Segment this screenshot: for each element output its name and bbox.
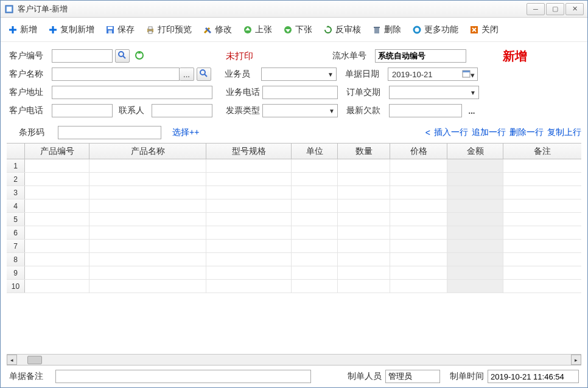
cell-model[interactable] xyxy=(206,280,292,293)
cell-amount[interactable] xyxy=(447,186,503,199)
cell-amount[interactable] xyxy=(447,199,503,212)
cell-product-code[interactable] xyxy=(25,253,89,266)
col-remark[interactable]: 备注 xyxy=(503,144,581,159)
cell-product-code[interactable] xyxy=(25,199,89,212)
cell-unit[interactable] xyxy=(292,199,338,212)
cell-model[interactable] xyxy=(206,240,292,252)
table-row[interactable]: 4 xyxy=(7,199,581,213)
cell-product-code[interactable] xyxy=(25,266,89,279)
close-button[interactable]: 关闭 xyxy=(469,24,499,35)
cell-product-code[interactable] xyxy=(25,159,89,172)
cell-product-name[interactable] xyxy=(89,213,206,226)
cell-remark[interactable] xyxy=(503,280,581,293)
append-row-link[interactable]: 追加一行 xyxy=(472,127,506,138)
table-row[interactable]: 7 xyxy=(7,240,581,253)
cell-price[interactable] xyxy=(390,280,447,293)
next-button[interactable]: 下张 xyxy=(283,24,312,35)
cell-product-code[interactable] xyxy=(25,186,89,199)
copy-prev-row-link[interactable]: 复制上行 xyxy=(547,127,581,138)
cell-product-code[interactable] xyxy=(25,213,89,226)
cell-product-code[interactable] xyxy=(25,173,89,185)
cell-product-name[interactable] xyxy=(89,199,206,212)
cust-code-input[interactable] xyxy=(52,49,113,63)
cell-model[interactable] xyxy=(206,199,292,212)
cell-price[interactable] xyxy=(390,240,447,252)
cell-unit[interactable] xyxy=(292,213,338,226)
cell-price[interactable] xyxy=(390,266,447,279)
latest-arrears-more-button[interactable]: ... xyxy=(464,104,479,117)
table-row[interactable]: 2 xyxy=(7,173,581,186)
cell-remark[interactable] xyxy=(503,186,581,199)
maker-input[interactable] xyxy=(385,370,440,383)
cell-product-name[interactable] xyxy=(89,186,206,199)
cell-model[interactable] xyxy=(206,266,292,279)
cell-product-name[interactable] xyxy=(89,226,206,239)
cell-product-name[interactable] xyxy=(89,159,206,172)
latest-arrears-input[interactable] xyxy=(389,104,462,117)
cell-remark[interactable] xyxy=(503,253,581,266)
cell-amount[interactable] xyxy=(447,226,503,239)
select-link[interactable]: 选择++ xyxy=(172,127,199,138)
cell-qty[interactable] xyxy=(338,199,390,212)
cell-product-name[interactable] xyxy=(89,173,206,185)
cell-amount[interactable] xyxy=(447,240,503,252)
barcode-input[interactable] xyxy=(58,126,161,139)
cell-unit[interactable] xyxy=(292,253,338,266)
cell-remark[interactable] xyxy=(503,213,581,226)
cust-tel-input[interactable] xyxy=(52,104,113,117)
table-row[interactable]: 3 xyxy=(7,186,581,199)
cell-unit[interactable] xyxy=(292,186,338,199)
cell-qty[interactable] xyxy=(338,240,390,252)
cell-price[interactable] xyxy=(390,199,447,212)
save-button[interactable]: 保存 xyxy=(105,24,135,35)
cell-qty[interactable] xyxy=(338,266,390,279)
new-button[interactable]: 新增 xyxy=(8,24,37,35)
cell-product-name[interactable] xyxy=(89,280,206,293)
scroll-left-button[interactable]: ◂ xyxy=(7,355,17,365)
table-row[interactable]: 5 xyxy=(7,213,581,226)
cell-product-code[interactable] xyxy=(25,280,89,293)
cell-amount[interactable] xyxy=(447,280,503,293)
cell-product-code[interactable] xyxy=(25,240,89,252)
col-amount[interactable]: 金额 xyxy=(447,144,503,159)
contact-input[interactable] xyxy=(152,104,212,117)
cell-qty[interactable] xyxy=(338,173,390,185)
cell-price[interactable] xyxy=(390,173,447,185)
invoice-type-combo[interactable]: ▼ xyxy=(262,104,338,117)
more-button[interactable]: 更多功能 xyxy=(412,24,458,35)
scroll-right-button[interactable]: ▸ xyxy=(571,355,581,365)
serial-no-input[interactable] xyxy=(375,49,466,63)
cell-unit[interactable] xyxy=(292,173,338,185)
prev-button[interactable]: 上张 xyxy=(243,24,272,35)
cell-model[interactable] xyxy=(206,159,292,172)
cell-price[interactable] xyxy=(390,186,447,199)
cell-model[interactable] xyxy=(206,213,292,226)
cell-qty[interactable] xyxy=(338,253,390,266)
maximize-button[interactable]: ▢ xyxy=(546,3,564,15)
cell-model[interactable] xyxy=(206,173,292,185)
biz-tel-input[interactable] xyxy=(262,86,338,99)
cust-code-refresh-button[interactable] xyxy=(132,49,147,63)
cust-name-lookup-button[interactable] xyxy=(197,68,211,81)
cell-price[interactable] xyxy=(390,213,447,226)
cell-product-name[interactable] xyxy=(89,253,206,266)
table-row[interactable]: 8 xyxy=(7,253,581,266)
cell-model[interactable] xyxy=(206,186,292,199)
doc-date-picker[interactable]: 2019-10-21 ▾ xyxy=(388,68,478,81)
cell-remark[interactable] xyxy=(503,240,581,252)
table-row[interactable]: 6 xyxy=(7,226,581,240)
col-product-name[interactable]: 产品名称 xyxy=(89,144,206,159)
cell-product-name[interactable] xyxy=(89,240,206,252)
cell-qty[interactable] xyxy=(338,226,390,239)
delete-row-link[interactable]: 删除一行 xyxy=(509,127,544,138)
cell-amount[interactable] xyxy=(447,159,503,172)
minimize-button[interactable]: ─ xyxy=(527,3,545,15)
table-row[interactable]: 9 xyxy=(7,266,581,280)
delete-button[interactable]: 删除 xyxy=(372,24,401,35)
delivery-date-combo[interactable]: ▼ xyxy=(389,86,479,99)
cell-model[interactable] xyxy=(206,226,292,239)
table-row[interactable]: 10 xyxy=(7,280,581,293)
cell-price[interactable] xyxy=(390,226,447,239)
cell-remark[interactable] xyxy=(503,159,581,172)
cell-remark[interactable] xyxy=(503,199,581,212)
